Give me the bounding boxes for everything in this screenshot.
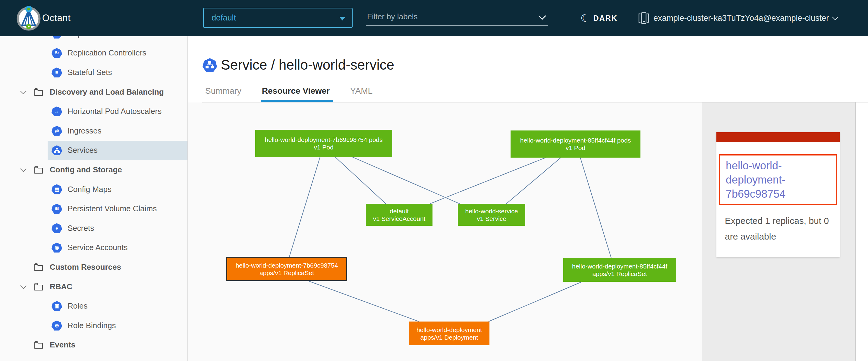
node-sublabel: apps/v1 Deployment [421,334,478,341]
sidebar-item-stateful-sets[interactable]: ≡ Stateful Sets [0,63,187,82]
sidebar-item-secrets[interactable]: ● Secrets [0,219,187,238]
sidebar-item-roles[interactable]: ▣ Roles [0,296,187,316]
sidebar-item-replica-sets[interactable]: ▦ Replica Sets [0,36,187,43]
stateful-sets-icon: ≡ [52,67,62,77]
sidebar-item-horizontal-pod-autoscalers[interactable]: ↔ Horizontal Pod Autoscalers [0,102,187,121]
graph-edge [430,157,547,204]
node-label: hello-world-deployment-85ff4cf44f pods [520,136,631,144]
sidebar-group-discovery-and-load-balancing[interactable]: Discovery and Load Balancing [0,82,187,102]
service-accounts-icon: ◉ [52,242,62,253]
node-label: default [390,207,409,215]
graph-node-pod-7b69c98754[interactable]: hello-world-deployment-7b69c98754 pods v… [255,130,392,157]
node-sublabel: apps/v1 ReplicaSet [259,269,314,276]
graph-edge [489,282,582,322]
node-label: hello-world-service [465,207,518,215]
sidebar-item-role-bindings[interactable]: ⊕ Role Bindings [0,316,187,335]
namespace-dropdown[interactable]: default [203,8,352,28]
config-maps-icon: ▤ [52,185,62,194]
graph-edge [309,281,419,322]
sidebar-group-events[interactable]: Events [0,335,187,355]
persistent-volume-claims-icon: ≋ [52,204,62,214]
alert-highlight-box: hello-world-deployment-7b69c98754 [719,154,837,205]
cluster-name: example-cluster-ka3TuTzYo4a@example-clus… [653,13,829,23]
graph-node-deployment-hello-world[interactable]: hello-world-deployment apps/v1 Deploymen… [409,322,490,345]
namespace-dropdown-value: default [212,13,236,23]
roles-icon: ▣ [52,301,62,311]
cluster-selector[interactable]: example-cluster-ka3TuTzYo4a@example-clus… [638,0,837,36]
role-bindings-icon: ⊕ [52,321,62,331]
replica-warning-message: Expected 1 replicas, but 0 are available [725,213,834,244]
folder-icon [34,283,43,291]
graph-node-service-hello-world[interactable]: hello-world-service v1 Service [458,204,525,226]
label-filter-input[interactable] [366,10,530,22]
tab-resource-viewer[interactable]: Resource Viewer [262,86,330,96]
replica-sets-icon: ▦ [52,36,62,39]
sidebar-item-services[interactable]: Services [0,141,187,160]
chevron-down-icon[interactable] [20,88,27,94]
sidebar-item-replication-controllers[interactable]: ↻ Replication Controllers [0,43,187,63]
label-filter [366,10,548,26]
graph-edge [352,157,460,204]
scrollbar-gutter[interactable] [855,102,868,361]
chevron-down-icon[interactable] [20,166,27,172]
replication-controllers-icon: ↻ [52,48,62,58]
folder-icon [34,263,43,271]
folder-icon [34,88,43,96]
node-label: hello-world-deployment-85ff4cf44f [572,262,667,270]
sidebar-group-custom-resources[interactable]: Custom Resources [0,257,187,277]
sidebar-item-service-accounts[interactable]: ◉ Service Accounts [0,238,187,258]
graph-node-pod-85ff4cf44f[interactable]: hello-world-deployment-85ff4cf44f pods v… [510,130,641,158]
chevron-down-icon[interactable] [20,282,27,289]
page-title: Service / hello-world-service [221,57,394,73]
card-status-accent [716,132,840,142]
graph-edge [289,157,320,257]
folder-icon [34,166,43,174]
tab-yaml[interactable]: YAML [350,86,373,96]
graph-edge [580,157,611,258]
replicaset-summary-card: hello-world-deployment-7b69c98754 Expect… [716,132,840,257]
service-icon [203,58,217,72]
node-sublabel: apps/v1 ReplicaSet [592,270,647,277]
sidebar-group-rbac[interactable]: RBAC [0,277,187,297]
node-label: hello-world-deployment-7b69c98754 pods [265,136,382,143]
graph-node-replicaset-85ff4cf44f[interactable]: hello-world-deployment-85ff4cf44f apps/v… [563,258,676,282]
sidebar-group-config-and-storage[interactable]: Config and Storage [0,160,187,179]
cluster-icon [638,11,649,25]
octant-app: Octant default ☾ DARK example-cluster-ka… [0,0,868,361]
sidebar-item-persistent-volume-claims[interactable]: ≋ Persistent Volume Claims [0,199,187,219]
node-label: hello-world-deployment-7b69c98754 [236,262,338,269]
tab-bar: Summary Resource Viewer YAML [205,86,373,96]
node-sublabel: v1 Service [477,215,506,222]
replicaset-detail-link[interactable]: hello-world-deployment-7b69c98754 [726,159,832,201]
graph-edge [335,157,386,204]
graph-node-replicaset-7b69c98754[interactable]: hello-world-deployment-7b69c98754 apps/v… [226,257,347,281]
node-label: hello-world-deployment [416,326,482,334]
horizontal-pod-autoscalers-icon: ↔ [52,106,62,116]
sidebar-item-ingresses[interactable]: ⇄ Ingresses [0,121,187,141]
folder-icon [34,341,43,349]
app-header: Octant default ☾ DARK example-cluster-ka… [0,0,868,36]
sidebar-item-config-maps[interactable]: ▤ Config Maps [0,179,187,199]
theme-toggle-button[interactable]: ☾ DARK [581,0,618,36]
node-sublabel: v1 Pod [566,144,585,152]
tab-summary[interactable]: Summary [205,86,241,96]
chevron-down-icon [832,14,838,20]
node-sublabel: v1 ServiceAccount [373,215,426,222]
node-detail-panel: hello-world-deployment-7b69c98754 Expect… [702,102,855,361]
graph-edge [506,157,561,204]
theme-toggle-label: DARK [593,14,617,23]
caret-down-icon [339,17,345,21]
chevron-down-icon[interactable] [538,12,546,20]
ingresses-icon: ⇄ [52,126,62,136]
sidebar-nav: ▦ Replica Sets ↻ Replication Controllers… [0,36,188,361]
app-title: Octant [42,0,70,36]
resource-viewer-graph[interactable]: hello-world-deployment-7b69c98754 pods v… [188,102,702,361]
node-sublabel: v1 Pod [314,143,333,151]
graph-node-serviceaccount-default[interactable]: default v1 ServiceAccount [366,204,433,226]
secrets-icon: ● [52,223,62,233]
services-icon [52,145,62,155]
moon-icon: ☾ [581,13,590,23]
octant-logo-icon [16,5,41,31]
